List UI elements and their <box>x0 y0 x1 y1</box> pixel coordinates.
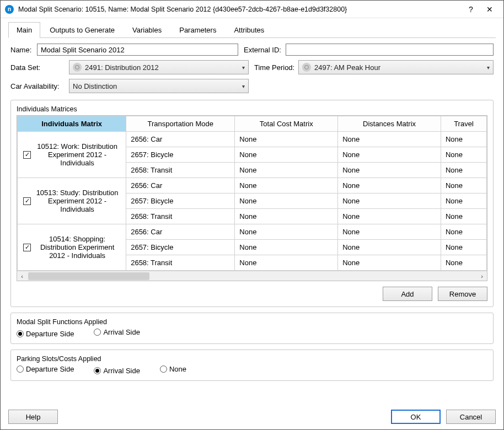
matrices-table[interactable]: Individuals MatrixTransportation ModeTot… <box>17 116 487 271</box>
parking-option[interactable]: Arrival Side <box>94 367 149 375</box>
modal-split-legend: Modal Split Functions Applied <box>14 318 109 326</box>
radio-icon[interactable] <box>94 329 101 336</box>
help-footer-button[interactable]: Help <box>8 410 58 424</box>
checkbox-icon[interactable]: ✓ <box>23 197 31 205</box>
total-cost-cell[interactable]: None <box>235 224 338 240</box>
distances-cell[interactable]: None <box>338 240 441 255</box>
individuals-matrix-cell[interactable]: ✓10514: Shopping: Distribution Experimen… <box>18 224 126 271</box>
tab-attributes[interactable]: Attributes <box>226 22 272 38</box>
dataset-combo[interactable]: 2491: Distribution 2012 ▾ <box>69 60 249 74</box>
transportation-mode-cell[interactable]: 2656: Car <box>126 224 235 240</box>
individuals-matrix-label: 10514: Shopping: Distribution Experiment… <box>34 235 120 260</box>
checkbox-icon[interactable]: ✓ <box>23 151 31 159</box>
distances-cell[interactable]: None <box>338 163 441 178</box>
tab-parameters[interactable]: Parameters <box>171 22 224 38</box>
tab-main[interactable]: Main <box>8 22 40 38</box>
radio-icon[interactable] <box>160 366 167 373</box>
total-cost-cell[interactable]: None <box>235 255 338 271</box>
total-cost-cell[interactable]: None <box>235 178 338 194</box>
table-row[interactable]: ✓10512: Work: Distribution Experiment 20… <box>18 132 487 147</box>
parking-legend: Parking Slots/Costs Applied <box>14 355 104 363</box>
app-icon: n <box>5 5 14 14</box>
matrices-table-wrap: Individuals MatrixTransportation ModeTot… <box>17 115 487 281</box>
distances-cell[interactable]: None <box>338 132 441 147</box>
parking-option[interactable]: None <box>160 365 196 373</box>
radio-label: None <box>169 365 186 373</box>
cancel-button[interactable]: Cancel <box>446 410 496 424</box>
help-button[interactable]: ? <box>462 1 480 18</box>
radio-icon[interactable] <box>17 330 24 337</box>
tab-outputs[interactable]: Outputs to Generate <box>41 22 123 38</box>
distances-cell[interactable]: None <box>338 209 441 224</box>
total-cost-cell[interactable]: None <box>235 194 338 209</box>
content-area: Main Outputs to Generate Variables Param… <box>1 18 503 404</box>
transportation-mode-cell[interactable]: 2656: Car <box>126 132 235 147</box>
transportation-mode-cell[interactable]: 2657: Bicycle <box>126 194 235 209</box>
column-header[interactable]: Individuals Matrix <box>18 116 126 132</box>
travel-cell[interactable]: None <box>441 224 486 240</box>
timeperiod-combo[interactable]: 2497: AM Peak Hour ▾ <box>298 60 494 74</box>
distances-cell[interactable]: None <box>338 147 441 163</box>
travel-cell[interactable]: None <box>441 163 486 178</box>
travel-cell[interactable]: None <box>441 132 486 147</box>
column-header[interactable]: Distances Matrix <box>338 116 441 132</box>
timeperiod-value: 2497: AM Peak Hour <box>314 63 380 72</box>
add-button[interactable]: Add <box>383 287 432 301</box>
column-header[interactable]: Travel <box>441 116 486 132</box>
checkbox-icon[interactable]: ✓ <box>23 244 31 251</box>
radio-icon[interactable] <box>94 367 101 374</box>
individuals-matrix-label: 10513: Study: Distribution Experiment 20… <box>34 189 120 213</box>
travel-cell[interactable]: None <box>441 240 486 255</box>
distances-cell[interactable]: None <box>338 255 441 271</box>
name-label: Name: <box>10 46 37 54</box>
distances-cell[interactable]: None <box>338 194 441 209</box>
close-button[interactable]: ✕ <box>480 1 499 18</box>
individuals-matrix-cell[interactable]: ✓10513: Study: Distribution Experiment 2… <box>18 178 126 224</box>
dataset-icon <box>73 63 82 72</box>
car-availability-combo[interactable]: No Distinction ▾ <box>69 79 249 93</box>
travel-cell[interactable]: None <box>441 209 486 224</box>
horizontal-scrollbar[interactable]: ‹ › <box>17 271 487 281</box>
travel-cell[interactable]: None <box>441 147 486 163</box>
column-header[interactable]: Total Cost Matrix <box>235 116 338 132</box>
travel-cell[interactable]: None <box>441 178 486 194</box>
total-cost-cell[interactable]: None <box>235 240 338 255</box>
radio-label: Departure Side <box>26 330 74 338</box>
tab-variables[interactable]: Variables <box>124 22 170 38</box>
transportation-mode-cell[interactable]: 2657: Bicycle <box>126 147 235 163</box>
transportation-mode-cell[interactable]: 2658: Transit <box>126 209 235 224</box>
travel-cell[interactable]: None <box>441 194 486 209</box>
modal-split-option[interactable]: Departure Side <box>17 330 84 338</box>
individuals-matrices-group: Individuals Matrices Individuals MatrixT… <box>10 100 494 307</box>
chevron-down-icon: ▾ <box>242 64 245 71</box>
scroll-left-icon[interactable]: ‹ <box>17 271 27 281</box>
radio-label: Arrival Side <box>103 328 140 336</box>
transportation-mode-cell[interactable]: 2656: Car <box>126 178 235 194</box>
total-cost-cell[interactable]: None <box>235 209 338 224</box>
transportation-mode-cell[interactable]: 2658: Transit <box>126 255 235 271</box>
distances-cell[interactable]: None <box>338 178 441 194</box>
modal-split-option[interactable]: Arrival Side <box>94 328 149 336</box>
total-cost-cell[interactable]: None <box>235 132 338 147</box>
column-header[interactable]: Transportation Mode <box>126 116 235 132</box>
remove-button[interactable]: Remove <box>438 287 487 301</box>
individuals-matrix-cell[interactable]: ✓10512: Work: Distribution Experiment 20… <box>18 132 126 178</box>
modal-split-group: Modal Split Functions Applied Departure … <box>10 313 494 344</box>
transportation-mode-cell[interactable]: 2658: Transit <box>126 163 235 178</box>
distances-cell[interactable]: None <box>338 224 441 240</box>
transportation-mode-cell[interactable]: 2657: Bicycle <box>126 240 235 255</box>
total-cost-cell[interactable]: None <box>235 147 338 163</box>
scroll-thumb[interactable] <box>28 272 149 280</box>
name-input[interactable] <box>37 44 238 56</box>
radio-icon[interactable] <box>17 366 24 373</box>
external-id-label: External ID: <box>244 46 286 54</box>
table-row[interactable]: ✓10513: Study: Distribution Experiment 2… <box>18 178 487 194</box>
parking-option[interactable]: Departure Side <box>17 365 84 373</box>
ok-button[interactable]: OK <box>391 410 441 424</box>
total-cost-cell[interactable]: None <box>235 163 338 178</box>
dataset-label: Data Set: <box>10 63 69 72</box>
table-row[interactable]: ✓10514: Shopping: Distribution Experimen… <box>18 224 487 240</box>
scroll-right-icon[interactable]: › <box>477 271 487 281</box>
external-id-input[interactable] <box>286 44 494 56</box>
travel-cell[interactable]: None <box>441 255 486 271</box>
